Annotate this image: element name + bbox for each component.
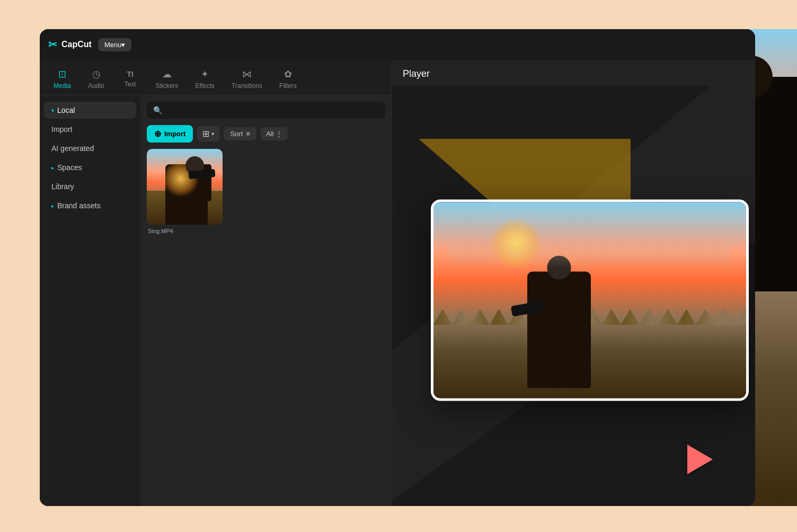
player-preview-card [431,199,749,401]
toolbar-row: ⊕ Import ⊞ ▾ Sort ≡ All [140,125,392,149]
menu-button[interactable]: Menu▾ [98,38,132,51]
logo-area: ✂ CapCut [48,38,92,51]
tab-stickers[interactable]: ☁ Stickers [148,64,186,95]
sidebar-item-brand-assets-label: Brand assets [57,201,101,210]
tab-stickers-label: Stickers [156,82,179,90]
cursor-arrow-icon [687,445,713,474]
tab-filters-label: Filters [279,82,297,90]
filters-icon: ✿ [284,68,292,80]
player-title: Player [403,68,430,79]
stickers-icon: ☁ [162,68,172,80]
tab-filters[interactable]: ✿ Filters [272,64,304,95]
search-bar[interactable]: 🔍 [147,102,385,119]
tab-effects[interactable]: ✦ Effects [188,64,222,95]
sidebar-item-local[interactable]: ▾ Local [44,102,136,119]
filter-all-label: All [266,130,273,138]
text-icon: TI [127,70,133,78]
left-inner: ▾ Local Import AI generated ▸ Spaces Lib [40,95,392,506]
tab-audio[interactable]: ◷ Audio [81,64,112,95]
media-thumbnail-0[interactable] [147,149,223,225]
filter-button[interactable]: All ⋮ [261,127,288,140]
sidebar-item-spaces-label: Spaces [57,163,82,172]
sidebar-item-brand-assets[interactable]: ▸ Brand assets [44,197,136,214]
sort-icon: ≡ [246,130,250,138]
view-toggle-button[interactable]: ⊞ ▾ [197,126,219,141]
tab-transitions-label: Transitions [232,82,262,90]
brand-assets-arrow: ▸ [51,203,54,209]
sidebar-item-import[interactable]: Import [44,121,136,138]
tab-text[interactable]: TI Text [114,66,146,93]
main-content: ⊡ Media ◷ Audio TI Text ☁ Stickers ✦ E [40,60,755,506]
player-preview-scene [433,202,746,398]
filter-icon: ⋮ [276,130,282,138]
sidebar-item-ai-label: AI generated [51,144,94,153]
sidebar-item-library-label: Library [51,182,74,191]
capcut-logo-icon: ✂ [48,38,57,51]
sidebar-item-spaces[interactable]: ▸ Spaces [44,159,136,176]
player-background [392,86,755,506]
sidebar-item-library[interactable]: Library [44,178,136,195]
preview-figure [527,272,591,388]
thumbnail-photo-scene [147,149,223,225]
local-arrow: ▾ [51,108,54,113]
tab-effects-label: Effects [195,82,214,90]
tab-media[interactable]: ⊡ Media [46,64,78,95]
audio-icon: ◷ [92,68,101,80]
import-button[interactable]: ⊕ Import [147,125,193,143]
tab-transitions[interactable]: ⋈ Transitions [224,64,270,95]
tab-text-label: Text [125,81,136,88]
search-icon: 🔍 [153,106,162,114]
sort-label: Sort [230,130,243,138]
transitions-icon: ⋈ [242,68,252,80]
tab-media-label: Media [54,82,71,90]
sidebar-item-import-label: Import [51,125,73,134]
media-icon: ⊡ [58,68,66,80]
tab-audio-label: Audio [88,82,104,90]
right-panel: Player [392,60,755,506]
media-grid: Sing.MP4 [140,149,392,241]
media-file-name-0: Sing.MP4 [147,228,223,234]
effects-icon: ✦ [201,68,209,80]
spaces-arrow: ▸ [51,165,54,171]
view-toggle-arrow: ▾ [211,131,214,137]
grid-view-icon: ⊞ [202,129,209,139]
capcut-logo-text: CapCut [61,40,92,49]
sidebar: ▾ Local Import AI generated ▸ Spaces Lib [40,95,140,506]
left-panel: ⊡ Media ◷ Audio TI Text ☁ Stickers ✦ E [40,60,392,506]
sidebar-item-local-label: Local [57,106,75,114]
media-item-0[interactable]: Sing.MP4 [147,149,223,234]
sort-button[interactable]: Sort ≡ [224,127,256,140]
media-area: 🔍 ⊕ Import ⊞ ▾ Sort [140,95,392,506]
import-button-label: Import [164,130,185,138]
app-window: ✂ CapCut Menu▾ ⊡ Media ◷ Audio TI Text [40,29,755,506]
title-bar: ✂ CapCut Menu▾ [40,29,755,60]
import-plus-icon: ⊕ [154,129,161,139]
sidebar-item-ai-generated[interactable]: AI generated [44,140,136,157]
player-header: Player [392,60,755,86]
tab-bar: ⊡ Media ◷ Audio TI Text ☁ Stickers ✦ E [40,60,392,95]
